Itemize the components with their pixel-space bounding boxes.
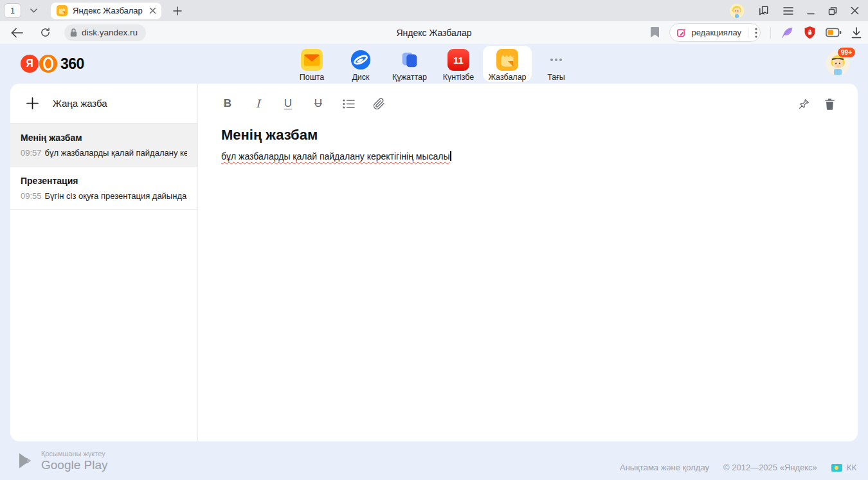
help-support-link[interactable]: Анықтама және қолдау (620, 463, 709, 472)
google-play-badge[interactable]: Қосымшаны жүктеу Google Play (18, 450, 108, 472)
note-item-preview: Бүгін сіз оқуға презентация дайында... (45, 191, 187, 201)
trash-icon (824, 98, 835, 110)
page-footer: Қосымшаны жүктеу Google Play Анықтама жә… (0, 441, 868, 480)
note-actions (797, 94, 836, 113)
note-editor: B I U U (198, 84, 858, 441)
pin-note-button[interactable] (797, 95, 810, 112)
app-item-disk[interactable]: Диск (336, 46, 385, 82)
refresh-icon (40, 27, 51, 38)
google-play-name: Google Play (41, 458, 108, 472)
shield-lock-icon (804, 26, 816, 39)
kebab-menu-icon[interactable] (755, 28, 757, 38)
browser-tab-active[interactable]: Яндекс Жазбалар (51, 3, 161, 19)
text-cursor (450, 151, 451, 161)
app-item-more[interactable]: Тағы (532, 46, 581, 82)
yandex360-logo[interactable]: Я 360 (21, 55, 84, 73)
url-text: disk.yandex.ru (82, 28, 138, 37)
strikethrough-button[interactable]: U (312, 95, 325, 112)
close-icon (851, 6, 859, 15)
tab-list-chevron-button[interactable] (25, 3, 42, 18)
plus-icon (26, 97, 39, 109)
url-bar[interactable]: disk.yandex.ru (64, 24, 146, 41)
account-avatar[interactable]: 99+ (826, 51, 850, 75)
editor-toolbar: B I U U (221, 94, 833, 113)
yandex-logo-icon: Я (21, 55, 39, 73)
attach-file-button[interactable] (372, 95, 385, 112)
note-item-title: Презентация (21, 176, 187, 186)
app-label: Тағы (547, 73, 565, 82)
browser-tab-bar: 1 Яндекс Жазбалар (0, 0, 868, 21)
app-item-calendar[interactable]: 11 Күнтізбе (434, 46, 483, 82)
italic-button[interactable]: I (251, 95, 264, 112)
app-label: Пошта (300, 73, 325, 82)
protect-extension-button[interactable] (804, 26, 816, 39)
feather-icon (781, 26, 794, 39)
notes-favicon-icon (57, 5, 68, 16)
back-button[interactable] (8, 24, 26, 42)
tab-title: Яндекс Жазбалар (73, 6, 144, 15)
tab-counter-value: 1 (10, 6, 15, 15)
bookmark-page-button[interactable] (650, 27, 660, 38)
bullet-list-icon (343, 99, 355, 109)
note-item-preview: бұл жазбаларды қалай пайдалану ке... (45, 148, 187, 158)
bullet-list-button[interactable] (342, 95, 355, 112)
tab-close-icon[interactable] (149, 7, 156, 14)
notes-app-card: Жаңа жазба Менің жазбам 09:57бұл жазбала… (10, 84, 858, 441)
app-item-mail[interactable]: Пошта (287, 46, 336, 82)
battery-saver-button[interactable] (826, 28, 842, 37)
mail-icon (301, 49, 323, 71)
restore-icon (828, 6, 837, 15)
delete-note-button[interactable] (823, 95, 836, 112)
note-body-field[interactable]: бұл жазбаларды қалай пайдалану керектігі… (221, 151, 833, 162)
bold-button[interactable]: B (221, 95, 234, 112)
note-body-text: бұл жазбаларды қалай пайдалану керектігі… (221, 151, 449, 162)
notes-icon (496, 49, 518, 71)
pin-icon (798, 98, 810, 110)
highlighter-extension-button[interactable] (781, 26, 794, 39)
downloads-button[interactable] (851, 27, 862, 39)
documents-icon (399, 49, 420, 71)
browser-profile-avatar[interactable] (730, 4, 744, 18)
refresh-button[interactable] (36, 24, 54, 42)
edit-icon (676, 28, 687, 38)
window-restore-button[interactable] (828, 6, 837, 15)
app-item-notes[interactable]: Жазбалар (483, 46, 532, 82)
plus-icon (173, 6, 182, 15)
hamburger-menu-icon (783, 7, 793, 15)
pill-divider (748, 28, 748, 38)
toolbar-divider (770, 27, 771, 39)
minimize-icon (807, 7, 815, 15)
bookmark-icon (650, 27, 660, 38)
tab-panels-button[interactable] (757, 5, 770, 17)
note-list-item[interactable]: Презентация 09:55Бүгін сіз оқуға презент… (10, 167, 197, 210)
note-list-item-selected[interactable]: Менің жазбам 09:57бұл жазбаларды қалай п… (10, 124, 197, 167)
google-play-caption: Қосымшаны жүктеу (41, 450, 108, 457)
language-selector[interactable]: КК (831, 463, 856, 472)
notes-sidebar: Жаңа жазба Менің жазбам 09:57бұл жазбала… (10, 84, 198, 441)
underline-button[interactable]: U (282, 95, 294, 112)
new-note-label: Жаңа жазба (53, 98, 107, 109)
language-code: КК (847, 463, 856, 472)
edit-mode-button[interactable]: редакциялау (669, 23, 761, 42)
note-item-time: 09:57 (21, 148, 42, 158)
yandex360-header: Я 360 Пошта (0, 44, 868, 84)
app-label: Диск (352, 73, 369, 82)
note-item-title: Менің жазбам (21, 133, 187, 143)
calendar-icon: 11 (448, 49, 469, 71)
note-title-field[interactable]: Менің жазбам (221, 127, 833, 143)
notification-badge: 99+ (838, 48, 855, 57)
profile-avatar-icon (730, 4, 744, 18)
chevron-down-icon (30, 8, 37, 13)
window-minimize-button[interactable] (807, 7, 815, 15)
app-label: Жазбалар (488, 73, 526, 82)
app-item-documents[interactable]: Құжаттар (385, 46, 434, 82)
browser-menu-button[interactable] (783, 7, 793, 15)
logo-360-text: 360 (60, 55, 84, 73)
new-note-button[interactable]: Жаңа жазба (10, 84, 197, 124)
360-logo-icon (39, 55, 57, 73)
window-close-button[interactable] (851, 6, 859, 15)
battery-icon (826, 28, 842, 37)
new-tab-button[interactable] (169, 3, 186, 19)
edit-button-label: редакциялау (691, 28, 741, 37)
tab-counter-button[interactable]: 1 (4, 3, 21, 18)
